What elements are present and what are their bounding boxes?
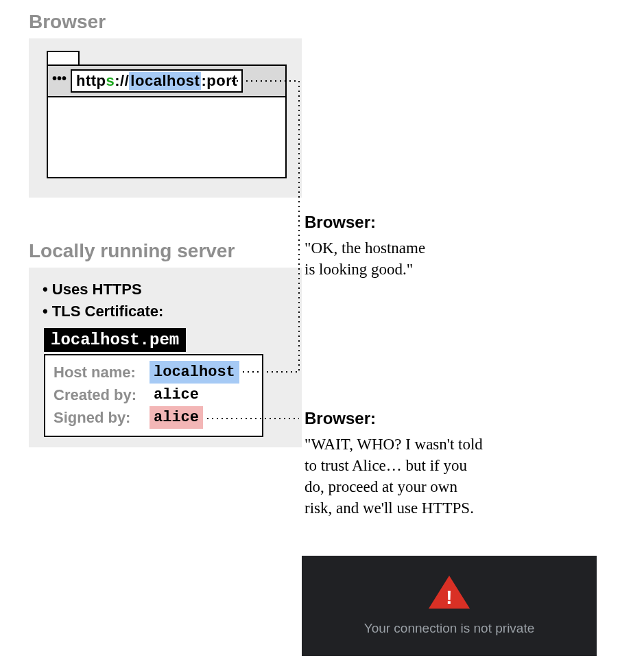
browser-toolbar: ••• https://localhost:port [47, 64, 287, 97]
server-properties-list: Uses HTTPS TLS Certificate: [43, 279, 163, 322]
cert-details: Host name: localhost Created by: alice S… [44, 354, 263, 437]
section-title-server: Locally running server [29, 240, 235, 262]
browser-tab [47, 51, 80, 66]
cert-row-signedby: Signed by: alice [53, 406, 254, 429]
cert-val-signedby: alice [150, 406, 203, 429]
warning-triangle-icon: ! [429, 576, 470, 609]
ssl-warning-box: ! Your connection is not private [302, 556, 597, 656]
annotation-ok-line1: "OK, the hostname [305, 239, 425, 257]
url-port: :port [201, 72, 237, 90]
toolbar-menu-icon: ••• [52, 71, 67, 86]
warning-bang: ! [445, 587, 453, 609]
url-scheme-s: s [106, 72, 115, 90]
annotation-warn-line1: "WAIT, WHO? I wasn't told [305, 436, 483, 453]
url-bar[interactable]: https://localhost:port [71, 69, 243, 93]
annotation-warn-line2: to trust Alice… but if you [305, 457, 467, 474]
annotation-warn-line3: do, proceed at your own [305, 478, 457, 495]
url-scheme-http: http [76, 72, 106, 90]
warning-message: Your connection is not private [364, 621, 535, 636]
section-title-browser: Browser [29, 11, 106, 33]
browser-viewport [47, 96, 287, 178]
cert-filename: localhost.pem [44, 328, 186, 352]
url-sep: :// [115, 72, 129, 90]
cert-row-hostname: Host name: localhost [53, 361, 254, 384]
cert-key-signedby: Signed by: [53, 406, 150, 429]
cert-val-hostname: localhost [150, 361, 239, 384]
browser-window: ••• https://localhost:port [47, 51, 287, 180]
annotation-label-ok: Browser: [305, 213, 376, 232]
cert-key-hostname: Host name: [53, 361, 150, 384]
annotation-label-warn: Browser: [305, 409, 376, 428]
cert-row-createdby: Created by: alice [53, 384, 254, 406]
server-prop-cert: TLS Certificate: [43, 301, 163, 322]
url-host: localhost [129, 72, 201, 90]
cert-val-createdby: alice [150, 384, 203, 406]
annotation-text-ok: "OK, the hostname is looking good." [305, 237, 510, 280]
cert-key-createdby: Created by: [53, 384, 150, 406]
annotation-warn-line4: risk, and we'll use HTTPS. [305, 499, 474, 517]
annotation-ok-line2: is looking good." [305, 261, 413, 278]
annotation-text-warn: "WAIT, WHO? I wasn't told to trust Alice… [305, 434, 593, 519]
server-prop-https: Uses HTTPS [43, 279, 163, 301]
